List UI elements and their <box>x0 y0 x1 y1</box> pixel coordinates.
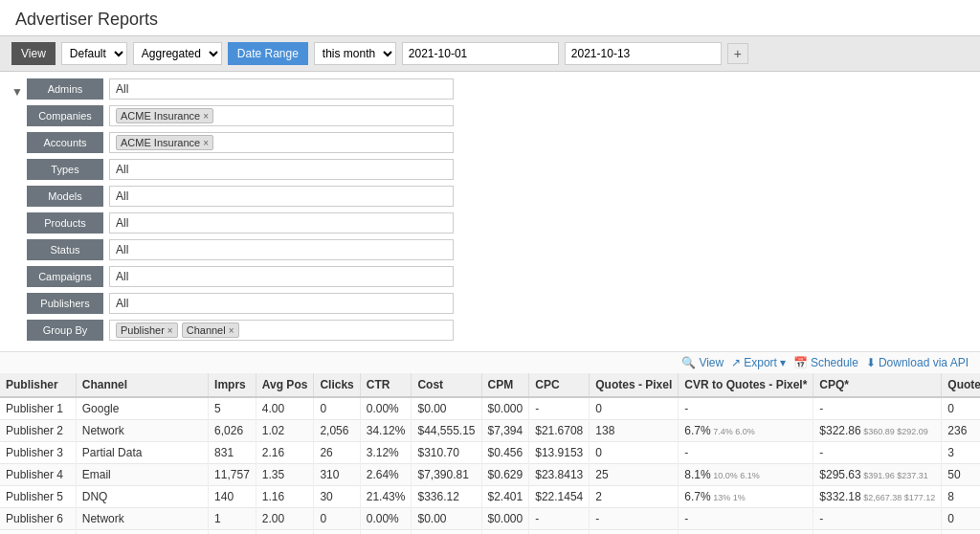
filter-row-campaigns: Campaigns All <box>27 265 969 288</box>
date-range-select[interactable]: this month <box>314 42 396 65</box>
cell-cvr-quotes: - <box>679 442 813 464</box>
filter-companies-value[interactable]: ACME Insurance × <box>109 105 454 126</box>
date-range-button[interactable]: Date Range <box>228 42 308 65</box>
filter-funnel-icon: ▼ <box>11 78 27 345</box>
cell-cpm: $0.456 <box>481 442 529 464</box>
cell-quotes-pixel: - <box>590 508 679 530</box>
cell-cost: $310.70 <box>412 442 481 464</box>
filter-publishers-button[interactable]: Publishers <box>27 293 103 314</box>
filter-admins-button[interactable]: Admins <box>27 78 103 100</box>
toolbar: View Default Aggregated Date Range this … <box>0 35 980 72</box>
col-avg-pos[interactable]: Avg Pos <box>256 373 314 397</box>
schedule-link[interactable]: 📅 Schedule <box>793 356 858 369</box>
cell-cpm: $0.000 <box>481 508 529 530</box>
export-icon: ↗ <box>731 356 741 369</box>
cell-cpq: $322.86 $360.89 $292.09 <box>813 420 942 442</box>
filter-models-button[interactable]: Models <box>27 186 103 207</box>
col-ctr[interactable]: CTR <box>360 373 412 397</box>
cell-quote-completes: 3 <box>942 442 980 464</box>
filter-companies-button[interactable]: Companies <box>27 105 103 126</box>
view-link[interactable]: 🔍 View <box>681 356 724 369</box>
col-cost[interactable]: Cost <box>412 373 481 397</box>
filter-publishers-value[interactable]: All <box>109 293 454 314</box>
cell-cpc: $21.6708 <box>529 420 590 442</box>
cell-quote-completes: 0 <box>942 397 980 420</box>
col-cpm[interactable]: CPM <box>481 373 529 397</box>
cell-clicks: 0 <box>314 397 360 420</box>
remove-group-publisher[interactable]: × <box>167 325 173 336</box>
download-api-link[interactable]: ⬇ Download via API <box>866 356 969 369</box>
cell-cvr-quotes: 6.7% 7.4% 6.0% <box>679 420 813 442</box>
view-button[interactable]: View <box>11 42 56 65</box>
cell-channel: Email <box>76 464 208 486</box>
cell-ctr: 3.12% <box>360 442 412 464</box>
remove-companies-acme[interactable]: × <box>203 111 209 122</box>
col-cpq[interactable]: CPQ* <box>813 373 942 397</box>
filter-row-products: Products All <box>27 211 969 234</box>
filter-group-by-value[interactable]: Publisher × Channel × <box>109 320 454 341</box>
aggregated-select[interactable]: Aggregated <box>133 42 222 65</box>
date-end-input[interactable] <box>565 42 722 65</box>
cell-channel: Network <box>76 420 208 442</box>
cell-cvr-quotes: - <box>679 508 813 530</box>
filter-row-admins: Admins All <box>27 78 969 100</box>
col-clicks[interactable]: Clicks <box>314 373 360 397</box>
table-header-row: Publisher Channel Imprs Avg Pos Clicks C… <box>0 373 980 397</box>
filter-models-value[interactable]: All <box>109 186 454 207</box>
filter-admins-value[interactable]: All <box>109 78 454 100</box>
col-cpc[interactable]: CPC <box>529 373 590 397</box>
download-icon: ⬇ <box>866 356 876 369</box>
filter-types-value[interactable]: All <box>109 159 454 180</box>
filter-products-button[interactable]: Products <box>27 212 103 234</box>
filter-types-button[interactable]: Types <box>27 159 103 180</box>
table-row: Publisher 3Partial Data8312.16263.12%$31… <box>0 442 980 464</box>
filter-campaigns-value[interactable]: All <box>109 266 454 287</box>
view-icon: 🔍 <box>681 356 696 369</box>
filter-group-by-button[interactable]: Group By <box>27 320 103 341</box>
cell-quotes-pixel: 138 <box>590 420 679 442</box>
remove-group-channel[interactable]: × <box>229 325 234 336</box>
cell-cpm: $0.000 <box>481 397 529 420</box>
remove-accounts-acme[interactable]: × <box>203 138 209 148</box>
cell-ctr: 0.00% <box>360 397 412 420</box>
cell-cpq: $295.63 $391.96 $237.31 <box>813 464 942 486</box>
filter-status-button[interactable]: Status <box>27 239 103 260</box>
filter-accounts-button[interactable]: Accounts <box>27 132 103 153</box>
cell-quote-completes: 50 <box>942 464 980 486</box>
cell-clicks: 26 <box>314 442 360 464</box>
date-start-input[interactable] <box>402 42 559 65</box>
export-link[interactable]: ↗ Export ▾ <box>731 356 786 369</box>
cell-clicks: 310 <box>314 464 360 486</box>
cell-avg-pos: 1.35 <box>256 464 314 486</box>
col-quotes-pixel[interactable]: Quotes - Pixel <box>590 373 679 397</box>
col-channel[interactable]: Channel <box>76 373 208 397</box>
cell-imprs: 5 <box>209 530 256 535</box>
view-select[interactable]: Default <box>61 42 127 65</box>
filter-campaigns-button[interactable]: Campaigns <box>27 266 103 287</box>
col-publisher[interactable]: Publisher <box>0 373 76 397</box>
filter-accounts-value[interactable]: ACME Insurance × <box>109 132 454 153</box>
data-table-section: Publisher Channel Imprs Avg Pos Clicks C… <box>0 373 980 534</box>
filter-products-value[interactable]: All <box>109 212 454 234</box>
cell-cvr-quotes: 6.7% 13% 1% <box>679 486 813 508</box>
cell-cpc: - <box>529 530 590 535</box>
cell-imprs: 11,757 <box>209 464 256 486</box>
cell-channel: DNQ <box>76 486 208 508</box>
filter-row-publishers: Publishers All <box>27 292 969 315</box>
cell-avg-pos: 2.16 <box>256 442 314 464</box>
filter-status-value[interactable]: All <box>109 239 454 260</box>
col-imprs[interactable]: Imprs <box>209 373 256 397</box>
col-quote-completes[interactable]: Quote Completes <box>942 373 980 397</box>
cell-quote-completes: 0 <box>942 530 980 535</box>
action-bar: 🔍 View ↗ Export ▾ 📅 Schedule ⬇ Download … <box>0 351 980 373</box>
cell-cost: $0.00 <box>412 530 481 535</box>
col-cvr-quotes[interactable]: CVR to Quotes - Pixel* <box>679 373 813 397</box>
add-date-button[interactable]: + <box>727 43 748 64</box>
cell-cpq: $332.18 $2,667.38 $177.12 <box>813 486 942 508</box>
cell-cpc: - <box>529 397 590 420</box>
cell-quote-completes: 0 <box>942 508 980 530</box>
cell-cpm: $0.629 <box>481 464 529 486</box>
cell-cpc: - <box>529 508 590 530</box>
filters-grid: Admins All Companies ACME Insurance × Ac… <box>27 78 969 345</box>
cell-avg-pos: 2.00 <box>256 508 314 530</box>
